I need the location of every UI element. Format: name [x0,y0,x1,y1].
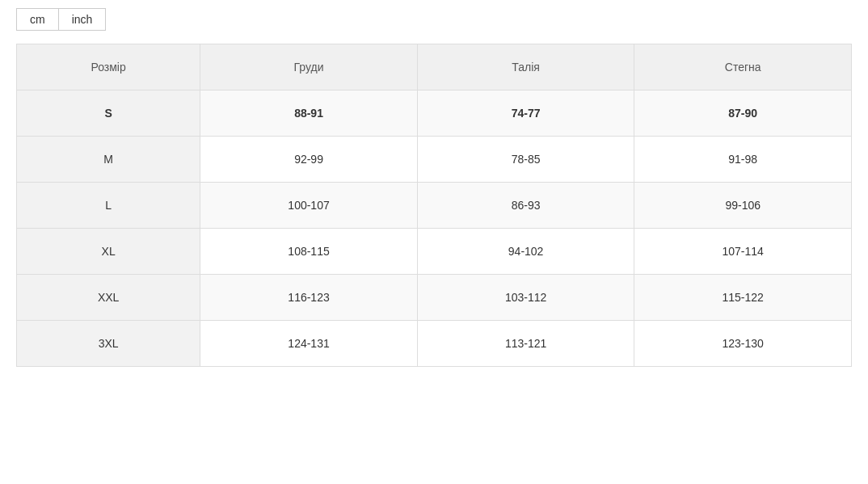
table-header-row: Розмір Груди Талія Стегна [17,44,852,90]
header-waist: Талія [417,44,634,90]
cell-size: L [17,183,200,229]
unit-toggle: cm inch [16,8,852,31]
cell-waist: 113-121 [417,321,634,367]
cell-waist: 94-102 [417,229,634,275]
header-chest: Груди [200,44,418,90]
cell-waist: 78-85 [417,137,634,183]
header-hips: Стегна [634,44,852,90]
cell-size: S [17,90,200,137]
cell-chest: 116-123 [200,275,418,321]
cell-chest: 100-107 [200,183,418,229]
table-row: M92-9978-8591-98 [17,137,852,183]
cell-hips: 99-106 [634,183,852,229]
cell-hips: 87-90 [634,90,852,137]
cell-size: XL [17,229,200,275]
size-table: Розмір Груди Талія Стегна S88-9174-7787-… [16,44,852,367]
cell-size: M [17,137,200,183]
table-row: S88-9174-7787-90 [17,90,852,137]
cell-chest: 108-115 [200,229,418,275]
cell-chest: 88-91 [200,90,418,137]
inch-button[interactable]: inch [58,8,107,31]
cell-waist: 74-77 [417,90,634,137]
cell-hips: 107-114 [634,229,852,275]
cell-hips: 123-130 [634,321,852,367]
cell-hips: 115-122 [634,275,852,321]
header-size: Розмір [17,44,200,90]
table-row: 3XL124-131113-121123-130 [17,321,852,367]
table-row: XXL116-123103-112115-122 [17,275,852,321]
table-row: XL108-11594-102107-114 [17,229,852,275]
cell-size: XXL [17,275,200,321]
table-row: L100-10786-9399-106 [17,183,852,229]
cell-waist: 103-112 [417,275,634,321]
cell-chest: 92-99 [200,137,418,183]
cell-waist: 86-93 [417,183,634,229]
cell-size: 3XL [17,321,200,367]
cell-chest: 124-131 [200,321,418,367]
cm-button[interactable]: cm [16,8,58,31]
cell-hips: 91-98 [634,137,852,183]
